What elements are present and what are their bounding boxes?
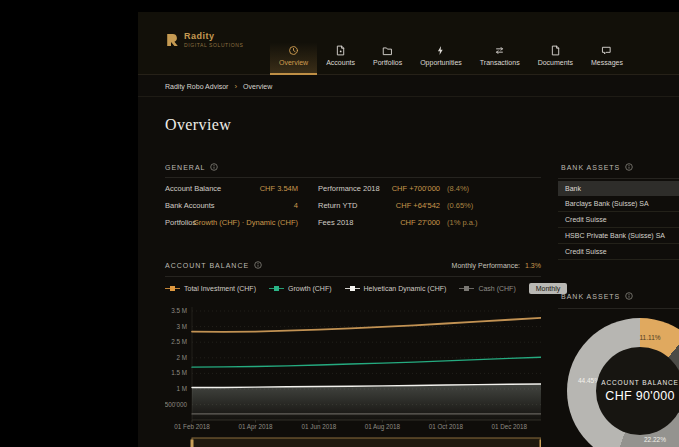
performance-2018-pct: (8.4%) xyxy=(440,180,541,197)
tab-label: Documents xyxy=(538,59,573,66)
bank-row-credit-suisse-1[interactable]: Credit Suisse xyxy=(558,212,679,228)
breadcrumb: Radity Robo Advisor › Overview xyxy=(165,75,272,97)
range-selector[interactable] xyxy=(191,438,542,447)
bank-column-header: Bank xyxy=(558,181,679,196)
breadcrumb-current: Overview xyxy=(243,83,272,90)
donut-slice-label-gold: 11.11% xyxy=(627,334,673,341)
svg-text:1.5 M: 1.5 M xyxy=(171,369,187,376)
bank-assets-heading-label: BANK ASSETS xyxy=(561,164,620,171)
legend-marker xyxy=(345,286,360,291)
svg-text:01 Feb 2018: 01 Feb 2018 xyxy=(174,423,210,430)
legend-cash[interactable]: Cash (CHF) xyxy=(459,285,515,292)
account-balance-value: CHF 3.54M xyxy=(223,180,298,197)
chart-legend: Total Investment (CHF) Growth (CHF) Helv… xyxy=(165,282,541,295)
svg-text:2.5 M: 2.5 M xyxy=(171,338,187,345)
clock-icon xyxy=(288,45,299,56)
fees-2018-pct: (1% p.a.) xyxy=(440,214,541,231)
tab-documents[interactable]: Documents xyxy=(529,37,582,75)
performance-2018-value: CHF +700'000 xyxy=(380,180,440,197)
general-label: Account Balance xyxy=(165,180,223,197)
fees-2018-value: CHF 27'000 xyxy=(380,214,440,231)
brand-tagline: DIGITAL SOLUTIONS xyxy=(184,42,243,48)
spacer xyxy=(298,214,318,231)
document-icon xyxy=(550,45,561,56)
legend-marker xyxy=(459,286,474,291)
general-label: Performance 2018 xyxy=(318,180,380,197)
chevron-right-icon: › xyxy=(234,82,237,91)
donut-center-value: CHF 90'000 xyxy=(605,389,674,403)
legend-total-investment[interactable]: Total Investment (CHF) xyxy=(165,285,256,292)
tab-label: Transactions xyxy=(480,59,520,66)
legend-label: Helvetican Dynamic (CHF) xyxy=(364,285,447,292)
tab-messages[interactable]: Messages xyxy=(582,37,632,75)
monthly-performance-label: Monthly Performance: xyxy=(452,262,520,269)
tab-label: Accounts xyxy=(326,59,355,66)
tab-label: Portfolios xyxy=(373,59,402,66)
return-ytd-pct: (0.65%) xyxy=(440,197,541,214)
tab-opportunities[interactable]: Opportunities xyxy=(411,37,471,75)
svg-text:500'000: 500'000 xyxy=(165,401,187,408)
bank-assets-donut-chart[interactable]: 11.11% 22.22% 44.45% ACCOUNT BALANCE CHF… xyxy=(567,318,679,447)
divider xyxy=(558,178,679,179)
info-icon[interactable] xyxy=(625,292,633,300)
donut-slice-label-medium-gray: 22.22% xyxy=(633,436,677,443)
brand-logo[interactable]: Radity DIGITAL SOLUTIONS xyxy=(165,31,243,48)
radity-logo-icon xyxy=(165,33,179,47)
legend-growth[interactable]: Growth (CHF) xyxy=(269,285,332,292)
bank-row-credit-suisse-2[interactable]: Credit Suisse xyxy=(558,244,679,260)
svg-text:01 Oct 2018: 01 Oct 2018 xyxy=(429,423,464,430)
svg-text:3.5 M: 3.5 M xyxy=(171,307,187,314)
donut-center: ACCOUNT BALANCE CHF 90'000 xyxy=(596,347,679,435)
bank-accounts-value: 4 xyxy=(223,197,298,214)
bank-row-hsbc[interactable]: HSBC Private Bank (Suisse) SA xyxy=(558,228,679,244)
general-table: Account Balance CHF 3.54M Performance 20… xyxy=(165,180,541,231)
bank-assets-chart-heading-label: BANK ASSETS xyxy=(561,293,620,300)
svg-text:1 M: 1 M xyxy=(177,385,188,392)
svg-text:3 M: 3 M xyxy=(177,323,188,330)
lightning-icon xyxy=(435,45,446,56)
tab-transactions[interactable]: Transactions xyxy=(471,37,529,75)
svg-text:01 Aug 2018: 01 Aug 2018 xyxy=(365,423,401,431)
folder-icon xyxy=(382,45,393,56)
spacer xyxy=(298,197,318,214)
breadcrumb-root[interactable]: Radity Robo Advisor xyxy=(165,83,228,90)
legend-label: Cash (CHF) xyxy=(478,285,515,292)
arrows-swap-icon xyxy=(494,45,505,56)
tab-portfolios[interactable]: Portfolios xyxy=(364,37,411,75)
svg-text:2 M: 2 M xyxy=(177,354,188,361)
tab-label: Overview xyxy=(279,59,308,66)
chat-bubble-icon xyxy=(601,45,612,56)
tab-accounts[interactable]: Accounts xyxy=(317,37,364,75)
info-icon[interactable] xyxy=(210,163,218,171)
info-icon[interactable] xyxy=(625,163,633,171)
portfolios-links[interactable]: Growth (CHF) · Dynamic (CHF) xyxy=(223,214,298,231)
svg-text:01 Apr 2018: 01 Apr 2018 xyxy=(238,423,272,431)
top-nav: Radity DIGITAL SOLUTIONS Overview Accoun… xyxy=(138,12,679,75)
nav-tabs: Overview Accounts Portfolios Opportuniti… xyxy=(270,37,632,75)
brand-name: Radity xyxy=(184,31,243,41)
bank-row-barclays[interactable]: Barclays Bank (Suisse) SA xyxy=(558,196,679,212)
divider xyxy=(558,308,679,309)
tab-label: Messages xyxy=(591,59,623,66)
account-balance-chart: 3.5 M3 M2.5 M2 M1.5 M1 M500'00001 Feb 20… xyxy=(165,300,541,447)
page-title: Overview xyxy=(165,116,231,134)
return-ytd-value: CHF +64'542 xyxy=(380,197,440,214)
bank-assets-chart-heading: BANK ASSETS xyxy=(561,292,633,300)
general-label: Return YTD xyxy=(318,197,380,214)
tab-overview[interactable]: Overview xyxy=(270,37,317,75)
breadcrumb-bar: Radity Robo Advisor › Overview xyxy=(138,75,679,97)
legend-marker xyxy=(269,286,284,291)
bank-assets-list-heading: BANK ASSETS xyxy=(561,163,633,171)
monthly-performance-value: 1.3% xyxy=(525,262,541,269)
donut-center-label: ACCOUNT BALANCE xyxy=(601,379,679,386)
legend-label: Total Investment (CHF) xyxy=(184,285,256,292)
legend-helvetican-dynamic[interactable]: Helvetican Dynamic (CHF) xyxy=(345,285,447,292)
svg-text:01 Dec 2018: 01 Dec 2018 xyxy=(491,423,527,430)
general-section-heading: GENERAL xyxy=(165,163,218,171)
tab-label: Opportunities xyxy=(420,59,462,66)
spacer xyxy=(298,180,318,197)
svg-text:01 Jun 2018: 01 Jun 2018 xyxy=(302,423,337,430)
divider xyxy=(165,177,541,178)
legend-marker xyxy=(165,286,180,291)
general-heading-label: GENERAL xyxy=(165,164,205,171)
